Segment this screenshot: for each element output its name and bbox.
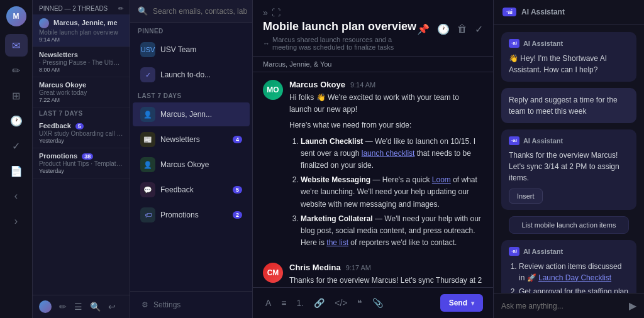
ai-message-header: ·ai AI Assistant [509,136,629,146]
message-item: MO Marcus Okoye 9:14 AM Hi folks 👋 We're… [263,80,483,253]
pin-action[interactable]: 📌 [417,23,430,35]
done-action[interactable]: ✓ [475,23,483,35]
search-input[interactable] [153,7,247,16]
compose-list-btn[interactable]: ≡ [279,295,289,310]
ai-input[interactable] [501,302,624,310]
search-icon: 🔍 [138,6,148,16]
message-content: Marcus Okoye 9:14 AM Hi folks 👋 We're ex… [289,80,483,253]
ai-message-badge: ·ai [509,39,519,48]
nav-mail[interactable]: ✉ [5,34,28,57]
message-content: Chris Medina 9:17 AM Thanks for the over… [289,263,483,287]
ai-message-body: 👋 Hey! I'm the Shortwave AI Assistant. H… [509,54,607,74]
compose-quote-btn[interactable]: ❝ [355,295,365,310]
mini-thread-item[interactable]: Feedback 5 UXR study Onboarding call Sur… [33,118,130,148]
launch-day-link[interactable]: Launch Day Checklist [538,273,611,282]
ai-input-area: ▶ [494,293,644,318]
sidebar-item-label: Feedback [160,185,228,194]
launch-checklist-link[interactable]: launch checklist [362,149,415,158]
sidebar-item-marcus2[interactable]: 👤 Marcus Okoye [133,153,250,177]
sidebar-item-launch[interactable]: ✓ Launch to-do... [133,63,250,87]
nav-chevron1[interactable]: ‹ [5,185,28,207]
sidebar-item-label: Newsletters [160,135,228,144]
launch-icon: ✓ [140,67,155,82]
delete-action[interactable]: 🗑 [457,23,467,35]
send-button[interactable]: Send ▾ [440,294,483,312]
marcus2-icon: 👤 [140,157,155,172]
mini-search-icon[interactable]: 🔍 [90,302,101,312]
compose-code-btn[interactable]: </> [332,295,350,310]
icon-bar: M ✉ ✏ ⊞ 🕐 ✓ 📄 ‹ › [0,0,33,318]
subtitle-icon: ↔ [263,40,270,47]
the-list-link[interactable]: the list [326,238,348,247]
compose-link-btn[interactable]: 🔗 [311,295,327,310]
sidebar-item-promotions[interactable]: 🏷 Promotions 2 [133,203,250,227]
mini-back-icon[interactable]: ↩ [108,302,116,312]
nav-clock[interactable]: 🕐 [5,109,28,132]
pinned-section-label: PINNED [130,23,252,37]
mini-compose-icon[interactable]: ✏ [59,302,67,312]
nav-check[interactable]: ✓ [5,134,28,157]
ai-message-label: AI Assistant [523,136,563,146]
nav-layers[interactable]: ⊞ [5,84,28,107]
email-subtitle: ↔ Marcus shared launch resources and a m… [263,36,417,51]
message-header: Marcus Okoye 9:14 AM [289,80,483,89]
loom-link[interactable]: Loom [432,175,451,184]
email-participants: Marcus, Jennie, & You [253,57,493,72]
sidebar-item-label: Marcus, Jenn... [160,110,242,119]
promotions-icon: 🏷 [140,207,155,222]
ai-action-button[interactable]: List mobile launch action items [509,216,629,234]
send-chevron-icon: ▾ [471,300,474,307]
feedback-badge: 5 [233,186,242,194]
mini-thread-item[interactable]: Marcus, Jennie, me Mobile launch plan ov… [33,14,130,47]
sidebar-item-label: Launch to-do... [160,70,242,79]
message-body: Hi folks 👋 We're excited to work with yo… [289,92,483,249]
mini-thread-item[interactable]: Marcus Okoye Great work today 7:22 AM [33,77,130,107]
compose-attach-btn[interactable]: 📎 [370,295,386,310]
mini-thread-item[interactable]: Promotions 38 Product Hunt Tips · Templa… [33,148,130,178]
fullscreen-icon[interactable]: ⛶ [272,8,280,18]
settings-button[interactable]: ⚙ Settings [138,297,245,313]
email-title: Mobile launch plan overview [263,20,417,33]
user-avatar[interactable]: M [6,6,26,26]
message-avatar: CM [263,263,283,283]
promotions-badge: 2 [233,211,242,219]
compose-toolbar: A ≡ 1. 🔗 </> ❝ 📎 Send ▾ [263,294,483,312]
message-body: Thanks for the overview Marcus! Let's sy… [289,275,483,287]
marcus-icon: 👤 [140,107,155,122]
ai-message-header: ·ai AI Assistant [509,246,629,257]
sidebar-item-feedback[interactable]: 💬 Feedback 5 [133,178,250,202]
message-sender: Marcus Okoye [289,80,345,89]
snooze-action[interactable]: 🕐 [437,23,450,35]
sidebar-item-marcus[interactable]: 👤 Marcus, Jenn... [133,102,250,126]
ai-send-button[interactable]: ▶ [629,300,636,312]
sidebar: 🔍 PINNED USV USV Team ✓ Launch to-do... … [130,0,253,318]
nav-chevron2[interactable]: › [5,210,28,233]
mini-pinned-header: PINNED — 2 THREADS ✏ [33,0,130,14]
sidebar-item-usv[interactable]: USV USV Team [133,38,250,62]
email-thread: MO Marcus Okoye 9:14 AM Hi folks 👋 We're… [253,72,493,287]
ai-badge: ·ai [502,8,516,16]
compose-numbered-btn[interactable]: 1. [294,295,307,310]
sidebar-item-newsletters[interactable]: 📰 Newsletters 4 [133,128,250,151]
email-header: » ⛶ Mobile launch plan overview ↔ Marcus… [253,0,493,57]
mini-menu-icon[interactable]: ☰ [74,302,82,312]
compose-format-btn[interactable]: A [263,295,274,310]
nav-edit[interactable]: ✏ [5,59,28,82]
ai-message-item: ·ai AI Assistant 👋 Hey! I'm the Shortwav… [501,32,636,82]
sidebar-item-label: USV Team [160,45,242,54]
ai-message-item: Reply and suggest a time for the team to… [501,88,636,123]
nav-doc[interactable]: 📄 [5,160,28,182]
ai-message-label: AI Assistant [523,246,563,257]
message-item: CM Chris Medina 9:17 AM Thanks for the o… [263,263,483,287]
user-avatar-mini[interactable] [39,300,52,313]
email-main: » ⛶ Mobile launch plan overview ↔ Marcus… [253,0,493,318]
email-actions: 📌 🕐 🗑 ✓ [417,23,483,35]
insert-button[interactable]: Insert [509,189,543,204]
mini-thread-item[interactable]: Newsletters · Pressing Pause · The Ultim… [33,47,130,77]
expand-icon[interactable]: » [263,8,268,18]
ai-message-body: Reply and suggest a time for the team to… [509,96,618,116]
sidebar-item-label: Marcus Okoye [160,160,242,169]
message-time: 9:14 AM [350,81,375,89]
ai-header: ·ai AI Assistant [494,0,644,25]
message-sender: Chris Medina [289,263,341,272]
